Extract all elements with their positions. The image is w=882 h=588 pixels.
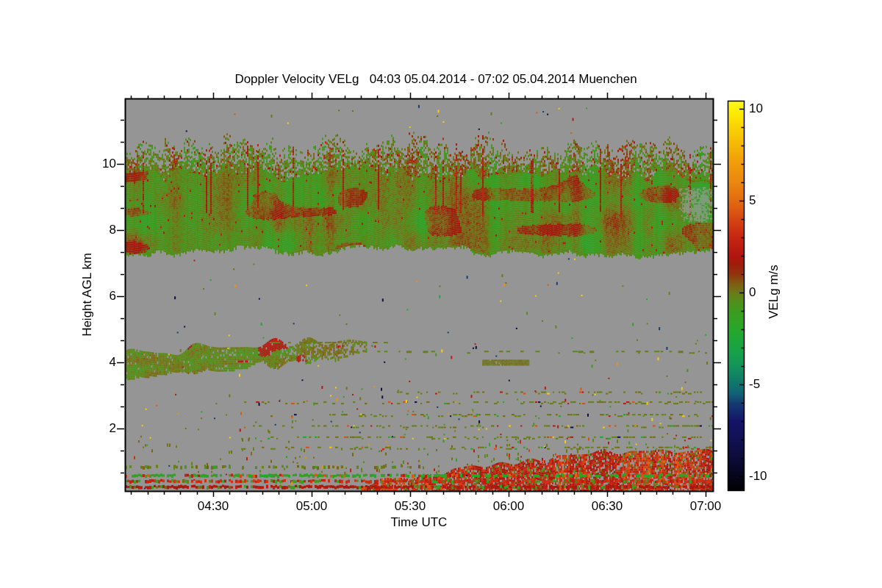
y-tick-label: 2 [110, 421, 116, 436]
colorbar-tick-label: 5 [749, 193, 756, 208]
x-tick-label: 07:00 [676, 499, 735, 514]
x-tick-label: 05:30 [381, 499, 440, 514]
y-axis-title: Height AGL km [79, 221, 96, 368]
y-tick-label: 6 [110, 289, 116, 304]
colorbar-tick-label: 10 [749, 101, 763, 116]
doppler-velocity-figure: Doppler Velocity VELg 04:03 05.04.2014 -… [0, 0, 882, 588]
colorbar-tick-label: 0 [749, 285, 756, 300]
x-axis-title: Time UTC [345, 515, 492, 530]
y-tick-label: 10 [102, 157, 116, 171]
colorbar-title: VELg m/s [766, 218, 782, 365]
x-tick-label: 05:00 [282, 499, 341, 514]
colorbar-tick-label: -5 [749, 377, 760, 392]
y-tick-label: 4 [110, 355, 116, 370]
plot-title: Doppler Velocity VELg 04:03 05.04.2014 -… [125, 72, 747, 87]
colorbar-tick-label: -10 [749, 469, 767, 484]
y-tick-label: 8 [110, 223, 116, 237]
x-tick-label: 06:30 [578, 499, 637, 514]
x-tick-label: 04:30 [184, 499, 243, 514]
x-tick-label: 06:00 [479, 499, 538, 514]
